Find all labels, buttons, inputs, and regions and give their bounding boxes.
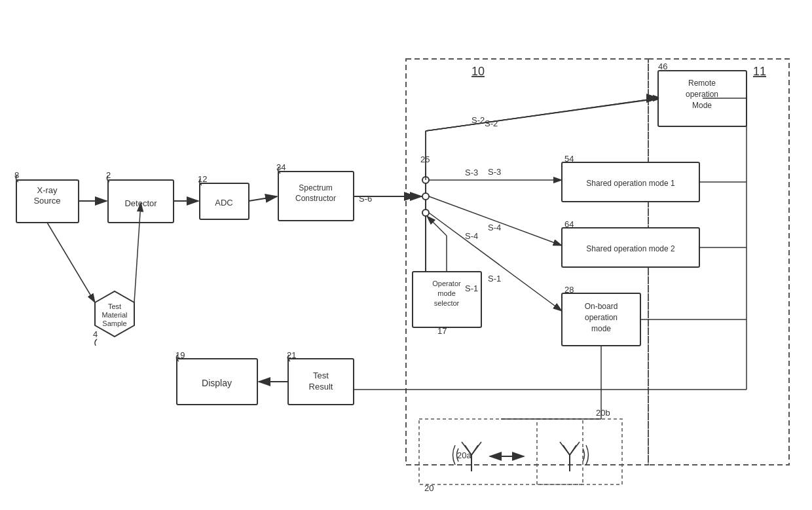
diagram: 10 11 X-ray Source 8 Detector 2 ADC 12 S… [0, 0, 812, 510]
remote-label2: operation [686, 90, 718, 99]
operator-selector-label1: Operator [432, 280, 461, 287]
label-s4: S-4 [488, 223, 501, 232]
label-17: 17 [437, 326, 447, 336]
spectrum-label1: Spectrum [299, 183, 332, 192]
operator-selector-label3: selector [434, 299, 460, 307]
spectrum-label2: Constructor [295, 194, 336, 203]
label-46: 46 [658, 62, 667, 71]
label-s6: S-6 [359, 194, 372, 204]
s4-label-display: S-4 [465, 231, 478, 241]
svg-point-13 [422, 193, 429, 200]
s3-label-display: S-3 [465, 168, 478, 177]
label-s2: S-2 [485, 118, 498, 128]
testmaterial-label3: Sample [102, 319, 126, 327]
xray-source-label2: Source [33, 196, 60, 206]
label-4: 4 [93, 329, 98, 339]
onboard-label3: mode [591, 324, 611, 333]
onboard-label2: operation [585, 313, 618, 322]
label-10: 10 [471, 65, 485, 78]
shared2-label: Shared operation mode 2 [586, 244, 675, 253]
s2-label-display: S-2 [471, 115, 485, 125]
label-20: 20 [424, 483, 434, 493]
testresult-label1: Test [313, 371, 329, 380]
shared1-label: Shared operation mode 1 [586, 179, 675, 188]
label-s3: S-3 [488, 167, 501, 177]
label-20b: 20b [596, 408, 610, 418]
remote-label3: Mode [692, 101, 712, 110]
label-s1: S-1 [488, 274, 501, 283]
operator-selector-label2: mode [437, 289, 456, 297]
onboard-label1: On-board [585, 302, 618, 311]
s1-label-display: S-1 [465, 283, 478, 293]
testresult-label2: Result [309, 382, 333, 392]
testmaterial-label2: Material [101, 311, 127, 319]
display-label: Display [202, 378, 232, 388]
remote-label1: Remote [688, 79, 716, 88]
adc-label: ADC [215, 198, 232, 208]
xray-source-label: X-ray [37, 185, 58, 195]
testmaterial-label1: Test [108, 302, 121, 310]
label-25: 25 [420, 155, 430, 164]
label-11: 11 [753, 65, 766, 78]
svg-point-14 [422, 209, 429, 216]
label-8: 8 [14, 170, 19, 180]
